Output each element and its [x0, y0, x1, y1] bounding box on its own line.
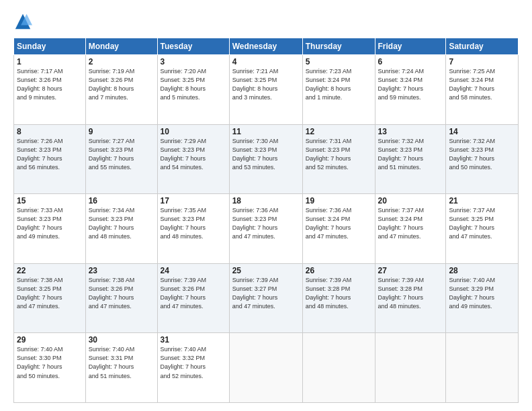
calendar-cell: 17Sunrise: 7:35 AM Sunset: 3:23 PM Dayli…: [157, 194, 229, 264]
dow-header-saturday: Saturday: [446, 38, 519, 55]
calendar-cell: 28Sunrise: 7:40 AM Sunset: 3:29 PM Dayli…: [446, 263, 519, 333]
calendar-cell: 3Sunrise: 7:20 AM Sunset: 3:25 PM Daylig…: [157, 55, 229, 125]
calendar-cell: 5Sunrise: 7:23 AM Sunset: 3:24 PM Daylig…: [302, 55, 375, 125]
calendar-cell: 21Sunrise: 7:37 AM Sunset: 3:25 PM Dayli…: [446, 194, 519, 264]
day-info: Sunrise: 7:37 AM Sunset: 3:24 PM Dayligh…: [378, 206, 443, 241]
day-number: 28: [449, 266, 515, 275]
dow-header-tuesday: Tuesday: [157, 38, 229, 55]
day-info: Sunrise: 7:19 AM Sunset: 3:26 PM Dayligh…: [89, 67, 154, 102]
day-number: 8: [17, 127, 83, 136]
calendar-cell: 26Sunrise: 7:39 AM Sunset: 3:28 PM Dayli…: [302, 263, 375, 333]
day-info: Sunrise: 7:32 AM Sunset: 3:23 PM Dayligh…: [378, 137, 443, 172]
day-info: Sunrise: 7:39 AM Sunset: 3:28 PM Dayligh…: [306, 276, 372, 311]
page: SundayMondayTuesdayWednesdayThursdayFrid…: [0, 0, 532, 411]
day-number: 24: [161, 266, 226, 275]
day-info: Sunrise: 7:26 AM Sunset: 3:23 PM Dayligh…: [17, 137, 83, 172]
day-info: Sunrise: 7:40 AM Sunset: 3:30 PM Dayligh…: [17, 345, 83, 380]
dow-header-thursday: Thursday: [302, 38, 375, 55]
day-number: 25: [232, 266, 300, 275]
calendar-cell: [375, 333, 446, 403]
day-info: Sunrise: 7:36 AM Sunset: 3:24 PM Dayligh…: [306, 206, 372, 241]
day-number: 30: [89, 335, 154, 345]
dow-header-monday: Monday: [85, 38, 157, 55]
day-info: Sunrise: 7:23 AM Sunset: 3:24 PM Dayligh…: [306, 67, 372, 102]
calendar-cell: 29Sunrise: 7:40 AM Sunset: 3:30 PM Dayli…: [14, 333, 86, 403]
calendar-cell: 30Sunrise: 7:40 AM Sunset: 3:31 PM Dayli…: [85, 333, 157, 403]
day-info: Sunrise: 7:39 AM Sunset: 3:26 PM Dayligh…: [161, 276, 226, 311]
day-info: Sunrise: 7:40 AM Sunset: 3:29 PM Dayligh…: [449, 276, 515, 311]
day-info: Sunrise: 7:39 AM Sunset: 3:27 PM Dayligh…: [232, 276, 300, 311]
calendar-cell: 27Sunrise: 7:39 AM Sunset: 3:28 PM Dayli…: [375, 263, 446, 333]
day-info: Sunrise: 7:40 AM Sunset: 3:32 PM Dayligh…: [161, 345, 226, 380]
calendar-cell: 2Sunrise: 7:19 AM Sunset: 3:26 PM Daylig…: [85, 55, 157, 125]
day-info: Sunrise: 7:30 AM Sunset: 3:23 PM Dayligh…: [232, 137, 300, 172]
calendar-cell: 1Sunrise: 7:17 AM Sunset: 3:26 PM Daylig…: [14, 55, 86, 125]
calendar-week-3: 15Sunrise: 7:33 AM Sunset: 3:23 PM Dayli…: [14, 194, 519, 264]
logo: [13, 12, 36, 31]
day-info: Sunrise: 7:37 AM Sunset: 3:25 PM Dayligh…: [449, 206, 515, 241]
day-info: Sunrise: 7:34 AM Sunset: 3:23 PM Dayligh…: [89, 206, 154, 241]
calendar-cell: 11Sunrise: 7:30 AM Sunset: 3:23 PM Dayli…: [229, 124, 302, 194]
day-number: 12: [306, 127, 372, 136]
day-number: 16: [89, 196, 154, 205]
day-number: 17: [161, 196, 226, 205]
dow-header-sunday: Sunday: [14, 38, 86, 55]
calendar-cell: 4Sunrise: 7:21 AM Sunset: 3:25 PM Daylig…: [229, 55, 302, 125]
day-info: Sunrise: 7:27 AM Sunset: 3:23 PM Dayligh…: [89, 137, 154, 172]
day-number: 31: [161, 335, 226, 345]
calendar-cell: 22Sunrise: 7:38 AM Sunset: 3:25 PM Dayli…: [14, 263, 86, 333]
day-number: 21: [449, 196, 515, 205]
dow-header-friday: Friday: [375, 38, 446, 55]
dow-header-wednesday: Wednesday: [229, 38, 302, 55]
day-number: 1: [17, 57, 83, 66]
calendar-cell: 25Sunrise: 7:39 AM Sunset: 3:27 PM Dayli…: [229, 263, 302, 333]
day-number: 2: [89, 57, 154, 66]
calendar-cell: 19Sunrise: 7:36 AM Sunset: 3:24 PM Dayli…: [302, 194, 375, 264]
day-info: Sunrise: 7:38 AM Sunset: 3:26 PM Dayligh…: [89, 276, 154, 311]
day-number: 5: [306, 57, 372, 66]
calendar-cell: 23Sunrise: 7:38 AM Sunset: 3:26 PM Dayli…: [85, 263, 157, 333]
day-number: 13: [378, 127, 443, 136]
calendar-cell: 15Sunrise: 7:33 AM Sunset: 3:23 PM Dayli…: [14, 194, 86, 264]
day-number: 22: [17, 266, 83, 275]
calendar-cell: 7Sunrise: 7:25 AM Sunset: 3:24 PM Daylig…: [446, 55, 519, 125]
day-number: 18: [232, 196, 300, 205]
day-number: 23: [89, 266, 154, 275]
day-number: 9: [89, 127, 154, 136]
day-number: 7: [449, 57, 515, 66]
calendar-cell: 20Sunrise: 7:37 AM Sunset: 3:24 PM Dayli…: [375, 194, 446, 264]
day-of-week-row: SundayMondayTuesdayWednesdayThursdayFrid…: [14, 38, 519, 55]
calendar-cell: [229, 333, 302, 403]
day-info: Sunrise: 7:29 AM Sunset: 3:23 PM Dayligh…: [161, 137, 226, 172]
calendar-cell: [302, 333, 375, 403]
calendar-week-2: 8Sunrise: 7:26 AM Sunset: 3:23 PM Daylig…: [14, 124, 519, 194]
calendar-table: SundayMondayTuesdayWednesdayThursdayFrid…: [13, 38, 519, 403]
header: [13, 12, 519, 31]
day-number: 19: [306, 196, 372, 205]
calendar-cell: 14Sunrise: 7:32 AM Sunset: 3:23 PM Dayli…: [446, 124, 519, 194]
calendar-week-5: 29Sunrise: 7:40 AM Sunset: 3:30 PM Dayli…: [14, 333, 519, 403]
calendar-cell: 9Sunrise: 7:27 AM Sunset: 3:23 PM Daylig…: [85, 124, 157, 194]
calendar-week-4: 22Sunrise: 7:38 AM Sunset: 3:25 PM Dayli…: [14, 263, 519, 333]
calendar-cell: 13Sunrise: 7:32 AM Sunset: 3:23 PM Dayli…: [375, 124, 446, 194]
day-number: 14: [449, 127, 515, 136]
calendar-cell: 6Sunrise: 7:24 AM Sunset: 3:24 PM Daylig…: [375, 55, 446, 125]
day-info: Sunrise: 7:25 AM Sunset: 3:24 PM Dayligh…: [449, 67, 515, 102]
day-info: Sunrise: 7:40 AM Sunset: 3:31 PM Dayligh…: [89, 345, 154, 380]
day-number: 27: [378, 266, 443, 275]
calendar-cell: 24Sunrise: 7:39 AM Sunset: 3:26 PM Dayli…: [157, 263, 229, 333]
day-number: 3: [161, 57, 226, 66]
day-info: Sunrise: 7:31 AM Sunset: 3:23 PM Dayligh…: [306, 137, 372, 172]
day-number: 15: [17, 196, 83, 205]
day-info: Sunrise: 7:32 AM Sunset: 3:23 PM Dayligh…: [449, 137, 515, 172]
logo-icon: [13, 12, 32, 31]
calendar-cell: 10Sunrise: 7:29 AM Sunset: 3:23 PM Dayli…: [157, 124, 229, 194]
day-info: Sunrise: 7:24 AM Sunset: 3:24 PM Dayligh…: [378, 67, 443, 102]
day-info: Sunrise: 7:20 AM Sunset: 3:25 PM Dayligh…: [161, 67, 226, 102]
calendar-cell: [446, 333, 519, 403]
day-info: Sunrise: 7:36 AM Sunset: 3:23 PM Dayligh…: [232, 206, 300, 241]
day-info: Sunrise: 7:39 AM Sunset: 3:28 PM Dayligh…: [378, 276, 443, 311]
calendar-cell: 12Sunrise: 7:31 AM Sunset: 3:23 PM Dayli…: [302, 124, 375, 194]
day-info: Sunrise: 7:38 AM Sunset: 3:25 PM Dayligh…: [17, 276, 83, 311]
day-info: Sunrise: 7:17 AM Sunset: 3:26 PM Dayligh…: [17, 67, 83, 102]
